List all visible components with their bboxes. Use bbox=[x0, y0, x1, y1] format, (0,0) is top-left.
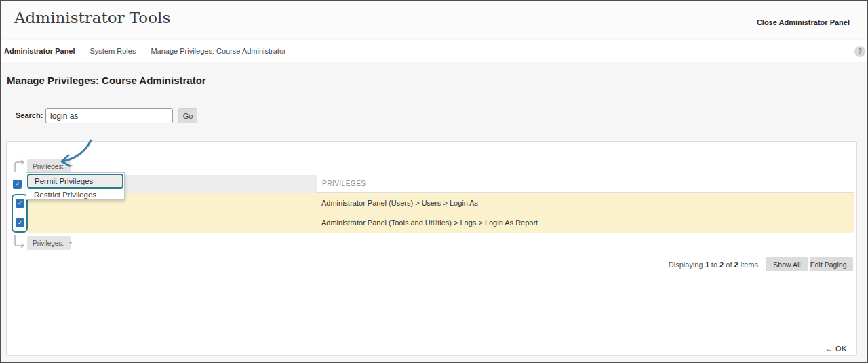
privileges-button-label: Privileges: bbox=[33, 240, 64, 247]
search-label: Search: bbox=[16, 111, 43, 119]
paging-to: 2 bbox=[719, 261, 724, 269]
paging-suffix: items bbox=[741, 261, 758, 269]
breadcrumb-system-roles[interactable]: System Roles bbox=[90, 47, 136, 55]
breadcrumb: Administrator Panel System Roles Manage … bbox=[1, 40, 867, 62]
close-admin-panel-link[interactable]: Close Administrator Panel bbox=[757, 18, 850, 26]
ok-label: OK bbox=[835, 345, 847, 353]
menu-item-restrict-privileges[interactable]: Restrict Privileges bbox=[26, 189, 124, 199]
table-header-privileges: PRIVILEGES bbox=[317, 175, 854, 193]
paging-from: 1 bbox=[705, 261, 709, 269]
privileges-dropdown-button-bottom[interactable]: Privileges: bbox=[27, 236, 71, 250]
row-checkbox-2[interactable]: ✓ bbox=[16, 218, 24, 227]
table-row[interactable]: Administrator Panel (Tools and Utilities… bbox=[28, 213, 854, 233]
paging-of-word: of bbox=[726, 261, 732, 269]
apply-to-selected-arrow-top bbox=[12, 159, 28, 173]
search-input[interactable] bbox=[45, 108, 173, 123]
page-title: Manage Privileges: Course Administrator bbox=[7, 75, 206, 86]
paging-to-word: to bbox=[711, 261, 717, 269]
privileges-panel: Privileges: PRIVILEGES ✓ Administrator P… bbox=[6, 141, 857, 356]
table-row[interactable]: Administrator Panel (Users) > Users > Lo… bbox=[28, 193, 854, 213]
go-button[interactable]: Go bbox=[178, 108, 197, 123]
show-all-button[interactable]: Show All bbox=[766, 257, 808, 271]
paging-prefix: Displaying bbox=[669, 261, 703, 269]
back-arrow-icon: ← bbox=[825, 345, 833, 353]
chevron-down-icon bbox=[68, 242, 73, 244]
top-bar: Administrator Tools Close Administrator … bbox=[1, 1, 867, 39]
privileges-table-rows: Administrator Panel (Users) > Users > Lo… bbox=[28, 193, 854, 233]
privileges-dropdown-button-top[interactable]: Privileges: bbox=[27, 159, 71, 173]
edit-paging-button[interactable]: Edit Paging... bbox=[810, 257, 853, 271]
paging-total: 2 bbox=[734, 261, 738, 269]
privileges-dropdown-menu: Permit Privileges Restrict Privileges bbox=[26, 172, 125, 200]
menu-item-permit-privileges[interactable]: Permit Privileges bbox=[27, 174, 123, 189]
select-all-checkbox[interactable]: ✓ bbox=[13, 180, 22, 189]
breadcrumb-manage-privileges[interactable]: Manage Privileges: Course Administrator bbox=[151, 47, 285, 55]
row-checkbox-1[interactable]: ✓ bbox=[16, 199, 24, 208]
app-title: Administrator Tools bbox=[14, 9, 170, 26]
apply-to-selected-arrow-bottom bbox=[12, 235, 28, 248]
paging-status: Displaying 1 to 2 of 2 items bbox=[644, 261, 758, 269]
chevron-down-icon bbox=[68, 165, 73, 168]
admin-tools-screen: Administrator Tools Close Administrator … bbox=[0, 0, 868, 363]
ok-button[interactable]: ← OK bbox=[825, 345, 847, 353]
help-icon[interactable]: ? bbox=[854, 46, 865, 57]
breadcrumb-admin-panel[interactable]: Administrator Panel bbox=[4, 47, 75, 55]
privileges-button-label: Privileges: bbox=[33, 163, 64, 170]
